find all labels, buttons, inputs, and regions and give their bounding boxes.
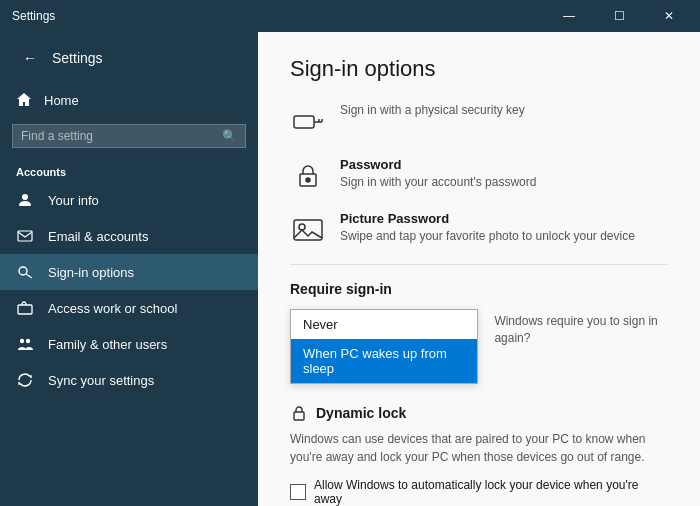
password-icon	[290, 158, 326, 194]
svg-point-11	[306, 178, 310, 182]
home-label: Home	[44, 93, 79, 108]
sidebar-item-label: Your info	[48, 193, 99, 208]
dynamic-lock-label: Dynamic lock	[316, 405, 406, 421]
picture-password-label: Picture Password	[340, 210, 635, 228]
password-text: Password Sign in with your account's pas…	[340, 156, 536, 191]
home-icon	[16, 92, 32, 108]
divider	[290, 264, 668, 265]
briefcase-icon	[16, 299, 34, 317]
svg-rect-14	[294, 412, 304, 420]
sidebar-item-label: Sync your settings	[48, 373, 154, 388]
title-bar-controls: — ☐ ✕	[546, 0, 692, 32]
sidebar-item-sync-settings[interactable]: Sync your settings	[0, 362, 258, 398]
person-icon	[16, 191, 34, 209]
picture-password-text: Picture Password Swipe and tap your favo…	[340, 210, 635, 245]
dropdown-option-never[interactable]: Never	[291, 310, 477, 339]
key-icon	[16, 263, 34, 281]
dynamic-lock-desc: Windows can use devices that are paired …	[290, 430, 668, 466]
picture-password-icon	[290, 212, 326, 248]
sidebar-header: ← Settings	[0, 32, 258, 84]
sidebar-item-home[interactable]: Home	[0, 84, 258, 116]
sidebar-title: Settings	[52, 50, 103, 66]
sidebar-item-email-accounts[interactable]: Email & accounts	[0, 218, 258, 254]
back-button[interactable]: ←	[16, 44, 44, 72]
sidebar-item-label: Access work or school	[48, 301, 177, 316]
sidebar-item-your-info[interactable]: Your info	[0, 182, 258, 218]
svg-point-4	[20, 339, 24, 343]
picture-password-desc: Swipe and tap your favorite photo to unl…	[340, 228, 635, 245]
sidebar-item-sign-in-options[interactable]: Sign-in options	[0, 254, 258, 290]
maximize-button[interactable]: ☐	[596, 0, 642, 32]
family-icon	[16, 335, 34, 353]
search-input[interactable]	[21, 129, 216, 143]
search-icon: 🔍	[222, 129, 237, 143]
security-key-icon	[290, 104, 326, 140]
require-signin-dropdown[interactable]: Never When PC wakes up from sleep	[290, 309, 478, 384]
sidebar: ← Settings Home 🔍 Accounts Your info	[0, 32, 258, 506]
close-button[interactable]: ✕	[646, 0, 692, 32]
svg-rect-6	[294, 116, 314, 128]
search-box[interactable]: 🔍	[12, 124, 246, 148]
dynamic-lock-section: Dynamic lock Windows can use devices tha…	[290, 404, 668, 506]
sidebar-item-label: Email & accounts	[48, 229, 148, 244]
main-container: ← Settings Home 🔍 Accounts Your info	[0, 32, 700, 506]
dynamic-lock-title: Dynamic lock	[290, 404, 668, 422]
option-security-key: Sign in with a physical security key	[290, 102, 668, 140]
minimize-button[interactable]: —	[546, 0, 592, 32]
email-icon	[16, 227, 34, 245]
svg-rect-0	[18, 231, 32, 241]
sidebar-item-access-work-school[interactable]: Access work or school	[0, 290, 258, 326]
title-bar-title: Settings	[12, 9, 55, 23]
sidebar-item-family-users[interactable]: Family & other users	[0, 326, 258, 362]
sync-icon	[16, 371, 34, 389]
password-label: Password	[340, 156, 536, 174]
option-picture-password: Picture Password Swipe and tap your favo…	[290, 210, 668, 248]
dropdown-open: Never When PC wakes up from sleep	[290, 309, 478, 384]
require-signin-label: Require sign-in	[290, 281, 668, 297]
svg-point-1	[19, 267, 27, 275]
content-area: Sign-in options Sign in with a physical …	[258, 32, 700, 506]
dropdown-option-wake-sleep[interactable]: When PC wakes up from sleep	[291, 339, 477, 383]
page-title: Sign-in options	[290, 56, 668, 82]
svg-point-5	[26, 339, 30, 343]
password-desc: Sign in with your account's password	[340, 174, 536, 191]
title-bar: Settings — ☐ ✕	[0, 0, 700, 32]
security-key-desc: Sign in with a physical security key	[340, 102, 525, 119]
option-password: Password Sign in with your account's pas…	[290, 156, 668, 194]
auto-lock-checkbox[interactable]	[290, 484, 306, 500]
require-signin-side-text: Windows require you to sign in again?	[494, 309, 668, 347]
title-bar-left: Settings	[8, 9, 55, 23]
svg-rect-3	[18, 305, 32, 314]
dropdown-container: Never When PC wakes up from sleep Window…	[290, 309, 668, 384]
sidebar-item-label: Sign-in options	[48, 265, 134, 280]
sidebar-section-label: Accounts	[0, 156, 258, 182]
auto-lock-checkbox-row[interactable]: Allow Windows to automatically lock your…	[290, 478, 668, 506]
security-key-text: Sign in with a physical security key	[340, 102, 525, 119]
sidebar-item-label: Family & other users	[48, 337, 167, 352]
svg-line-2	[26, 274, 32, 278]
auto-lock-label: Allow Windows to automatically lock your…	[314, 478, 668, 506]
